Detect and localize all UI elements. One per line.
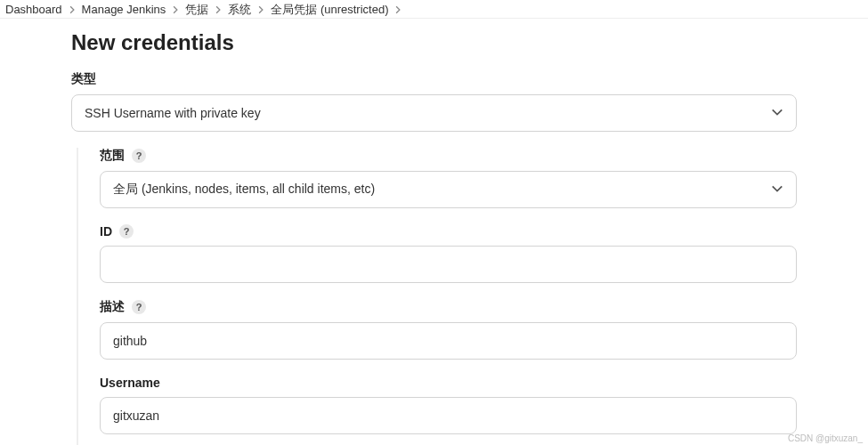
breadcrumb-item-dashboard[interactable]: Dashboard	[5, 3, 62, 16]
type-value: SSH Username with private key	[85, 106, 261, 120]
breadcrumb-item-global-unrestricted[interactable]: 全局凭据 (unrestricted)	[271, 2, 388, 18]
field-username: Username	[100, 376, 797, 434]
description-input[interactable]	[100, 322, 797, 360]
breadcrumb-item-manage-jenkins[interactable]: Manage Jenkins	[82, 3, 166, 16]
type-select[interactable]: SSH Username with private key	[71, 94, 797, 132]
chevron-right-icon	[256, 5, 265, 14]
field-scope: 范围 ? 全局 (Jenkins, nodes, items, all chil…	[100, 148, 797, 208]
breadcrumb-item-credentials[interactable]: 凭据	[185, 2, 208, 18]
help-icon[interactable]: ?	[132, 149, 146, 163]
type-label: 类型	[71, 71, 96, 87]
help-icon[interactable]: ?	[132, 300, 146, 314]
description-label: 描述	[100, 299, 125, 315]
username-input[interactable]	[100, 397, 797, 434]
scope-label: 范围	[100, 148, 125, 164]
field-description: 描述 ?	[100, 299, 797, 360]
chevron-down-icon	[771, 106, 783, 121]
chevron-right-icon	[171, 5, 180, 14]
id-label: ID	[100, 224, 112, 239]
page-title: New credentials	[71, 30, 868, 55]
field-type: 类型 SSH Username with private key	[71, 71, 797, 132]
chevron-right-icon	[214, 5, 223, 14]
breadcrumb-item-system[interactable]: 系统	[228, 2, 251, 18]
scope-value: 全局 (Jenkins, nodes, items, all child ite…	[113, 182, 375, 198]
chevron-down-icon	[771, 182, 783, 198]
breadcrumb: Dashboard Manage Jenkins 凭据 系统 全局凭据 (unr…	[0, 0, 868, 20]
username-label: Username	[100, 376, 160, 390]
field-id: ID ?	[100, 224, 797, 283]
chevron-right-icon	[393, 5, 402, 14]
watermark: CSDN @gitxuzan_	[788, 433, 863, 443]
scope-select[interactable]: 全局 (Jenkins, nodes, items, all child ite…	[100, 171, 797, 208]
id-input[interactable]	[100, 246, 797, 283]
help-icon[interactable]: ?	[119, 224, 134, 239]
chevron-right-icon	[68, 5, 77, 14]
